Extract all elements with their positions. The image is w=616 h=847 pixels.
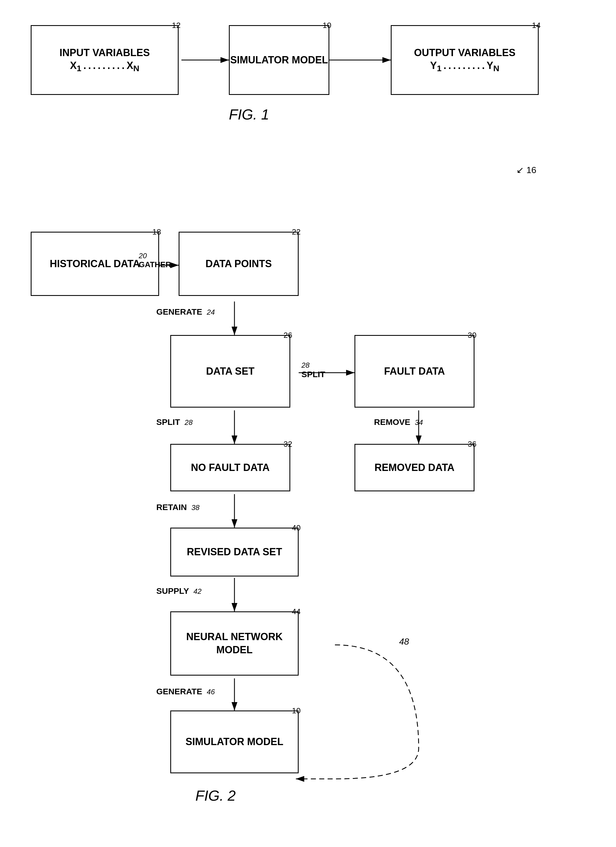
generate-46-label: GENERATE 46 xyxy=(156,687,215,696)
ref-10-fig2: 10 xyxy=(292,706,301,716)
ref-24: 24 xyxy=(207,308,215,316)
ref-44: 44 xyxy=(292,606,301,617)
data-set-text: DATA SET xyxy=(206,365,254,378)
simulator-model-text-fig1: SIMULATOR MODEL xyxy=(230,54,328,67)
ref-34: 34 xyxy=(415,418,423,426)
removed-data-text: REMOVED DATA xyxy=(374,461,455,474)
neural-network-model-box: 44 NEURAL NETWORKMODEL xyxy=(170,611,299,676)
gather-label: 20 GATHER xyxy=(139,251,171,269)
historical-data-text: HISTORICAL DATA xyxy=(50,257,140,270)
output-variables-box: 14 OUTPUT VARIABLES Y1 . . . . . . . . .… xyxy=(391,25,539,95)
data-points-box: 22 DATA POINTS xyxy=(178,232,299,296)
ref-32: 32 xyxy=(284,439,292,449)
diagram-container: 12 INPUT VARIABLES X1 . . . . . . . . . … xyxy=(0,0,616,847)
data-points-text: DATA POINTS xyxy=(205,257,271,270)
ref-36: 36 xyxy=(468,439,476,449)
no-fault-data-box: 32 NO FAULT DATA xyxy=(170,444,290,491)
output-variables-text: OUTPUT VARIABLES Y1 . . . . . . . . . YN xyxy=(414,46,515,74)
ref-10-fig1: 10 xyxy=(323,21,331,30)
ref-28-v: 28 xyxy=(184,418,193,426)
ref-28-h: 28 xyxy=(301,361,309,369)
fault-data-text: FAULT DATA xyxy=(384,365,445,378)
revised-data-set-box: 40 REVISED DATA SET xyxy=(170,528,299,577)
split-28-h-label: 28 SPLIT xyxy=(301,360,325,379)
ref-20: 20 xyxy=(139,252,147,260)
ref-48-label: 48 xyxy=(399,636,409,647)
input-variables-box: 12 INPUT VARIABLES X1 . . . . . . . . . … xyxy=(31,25,178,95)
ref-38: 38 xyxy=(192,503,200,512)
revised-data-set-text: REVISED DATA SET xyxy=(187,546,282,559)
input-variables-text: INPUT VARIABLES X1 . . . . . . . . . XN xyxy=(59,46,150,74)
supply-42-label: SUPPLY 42 xyxy=(156,586,202,596)
fault-data-box: 30 FAULT DATA xyxy=(354,335,475,407)
ref-16: ↙ 16 xyxy=(516,165,536,175)
fig1-label: FIG. 1 xyxy=(229,106,269,123)
ref-22: 22 xyxy=(292,227,301,237)
ref-18: 18 xyxy=(152,227,161,237)
generate-24-label: GENERATE 24 xyxy=(156,307,215,317)
removed-data-box: 36 REMOVED DATA xyxy=(354,444,475,491)
ref-26: 26 xyxy=(284,330,292,340)
split-28-v-label: SPLIT 28 xyxy=(156,418,193,427)
ref-30: 30 xyxy=(468,330,476,340)
retain-38-label: RETAIN 38 xyxy=(156,503,200,512)
remove-34-label: REMOVE 34 xyxy=(374,418,423,427)
simulator-model-box-fig1: 10 SIMULATOR MODEL xyxy=(229,25,329,95)
ref-46: 46 xyxy=(207,688,215,696)
neural-network-model-text: NEURAL NETWORKMODEL xyxy=(186,630,283,657)
ref-40: 40 xyxy=(292,523,301,533)
ref-42: 42 xyxy=(193,587,202,595)
simulator-model-text-fig2: SIMULATOR MODEL xyxy=(186,735,284,748)
no-fault-data-text: NO FAULT DATA xyxy=(191,461,270,474)
simulator-model-box-fig2: 10 SIMULATOR MODEL xyxy=(170,710,299,773)
ref-12: 12 xyxy=(172,21,181,30)
ref-14: 14 xyxy=(532,21,541,30)
data-set-box: 26 DATA SET xyxy=(170,335,290,407)
fig2-label: FIG. 2 xyxy=(195,787,236,804)
arrows-svg xyxy=(0,0,616,847)
